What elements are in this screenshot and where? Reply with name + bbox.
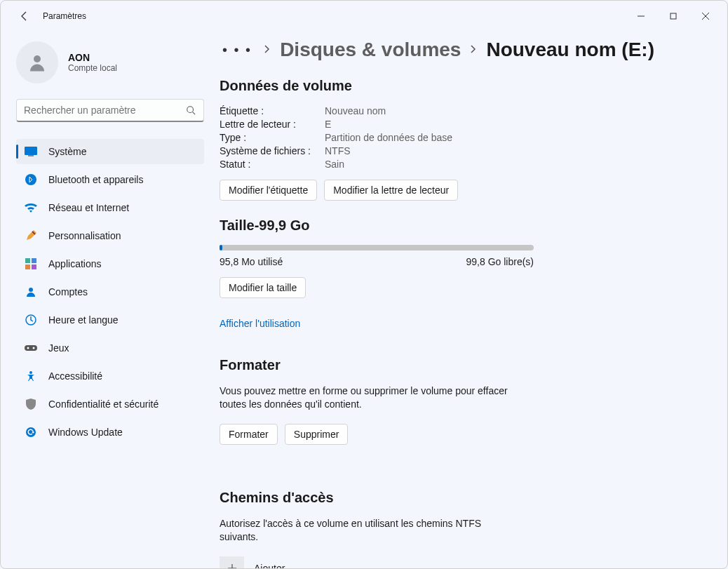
search-icon	[185, 105, 196, 116]
svg-line-6	[193, 112, 196, 115]
kv-key: Statut :	[220, 159, 325, 170]
sidebar-item-privacy[interactable]: Confidentialité et sécurité	[16, 391, 204, 417]
sidebar-item-label: Heure et langue	[48, 314, 119, 326]
sidebar-item-accessibility[interactable]: Accessibilité	[16, 363, 204, 389]
kv-key: Type :	[220, 132, 325, 143]
minimize-button[interactable]	[625, 5, 657, 27]
bluetooth-icon	[25, 173, 37, 186]
svg-rect-1	[670, 13, 676, 19]
svg-rect-8	[28, 155, 34, 156]
chevron-right-icon	[264, 43, 270, 56]
user-account-type: Compte local	[68, 63, 117, 73]
kv-val: Nouveau nom	[325, 105, 386, 116]
close-button[interactable]	[689, 5, 722, 27]
wifi-icon	[25, 201, 37, 214]
storage-bar	[220, 245, 534, 250]
avatar	[16, 41, 58, 83]
gamepad-icon	[25, 342, 37, 354]
svg-point-18	[33, 347, 35, 349]
sidebar-item-label: Confidentialité et sécurité	[48, 399, 159, 410]
resize-button[interactable]: Modifier la taille	[220, 277, 306, 298]
used-space-label: 95,8 Mo utilisé	[220, 256, 283, 267]
kv-key: Système de fichiers :	[220, 145, 325, 156]
shield-icon	[25, 398, 37, 410]
sidebar: AON Compte local Système Bluetooth et ap…	[1, 32, 211, 568]
nav-list: Système Bluetooth et appareils Réseau et…	[16, 139, 204, 445]
add-path-button[interactable]	[220, 556, 244, 568]
sidebar-item-time-language[interactable]: Heure et langue	[16, 307, 204, 333]
breadcrumb-parent[interactable]: Disques & volumes	[280, 39, 461, 61]
apps-icon	[25, 257, 37, 270]
svg-rect-12	[25, 265, 30, 269]
format-button[interactable]: Formater	[220, 424, 278, 445]
user-name: AON	[68, 52, 117, 63]
svg-rect-11	[32, 258, 36, 263]
sidebar-item-label: Windows Update	[48, 427, 123, 438]
table-row: Lettre de lecteur :E	[220, 119, 699, 130]
breadcrumb-more[interactable]: • • •	[220, 42, 255, 58]
change-label-button[interactable]: Modifier l'étiquette	[220, 180, 317, 201]
sidebar-item-accounts[interactable]: Comptes	[16, 279, 204, 304]
svg-rect-7	[25, 147, 37, 155]
table-row: Statut :Sain	[220, 159, 699, 170]
sidebar-item-gaming[interactable]: Jeux	[16, 335, 204, 361]
show-usage-link[interactable]: Afficher l'utilisation	[220, 318, 300, 329]
paths-description: Autorisez l'accès à ce volume en utilisa…	[220, 517, 521, 544]
sidebar-item-bluetooth[interactable]: Bluetooth et appareils	[16, 167, 204, 192]
user-block[interactable]: AON Compte local	[16, 41, 204, 83]
globe-clock-icon	[25, 314, 37, 326]
kv-key: Lettre de lecteur :	[220, 119, 325, 130]
user-icon	[27, 52, 48, 73]
titlebar: Paramètres	[1, 1, 727, 32]
sidebar-item-label: Personnalisation	[48, 230, 121, 241]
section-size-heading: Taille-99,9 Go	[220, 217, 699, 234]
add-path-row[interactable]: Ajouter	[220, 556, 699, 568]
kv-val: Sain	[325, 159, 344, 170]
delete-button[interactable]: Supprimer	[285, 424, 349, 445]
update-icon	[25, 426, 37, 439]
svg-point-17	[27, 347, 29, 349]
kv-val: E	[325, 119, 331, 130]
search-input[interactable]	[24, 105, 185, 116]
sidebar-item-system[interactable]: Système	[16, 139, 204, 164]
section-paths-heading: Chemins d'accès	[220, 490, 699, 506]
svg-point-9	[25, 174, 36, 185]
app-title: Paramètres	[43, 11, 86, 21]
svg-rect-16	[25, 345, 37, 351]
back-button[interactable]	[18, 9, 32, 23]
sidebar-item-label: Accessibilité	[48, 370, 102, 382]
kv-val: Partition de données de base	[325, 132, 452, 143]
window-controls	[625, 5, 722, 27]
brush-icon	[25, 229, 37, 242]
kv-key: Étiquette :	[220, 105, 325, 116]
change-drive-letter-button[interactable]: Modifier la lettre de lecteur	[324, 180, 458, 201]
sidebar-item-personalization[interactable]: Personnalisation	[16, 223, 204, 248]
page-title: Nouveau nom (E:)	[486, 39, 654, 61]
free-space-label: 99,8 Go libre(s)	[466, 256, 534, 267]
sidebar-item-label: Applications	[48, 258, 102, 269]
section-format-heading: Formater	[220, 357, 699, 373]
sidebar-item-update[interactable]: Windows Update	[16, 420, 204, 445]
format-description: Vous pouvez mettre en forme ou supprimer…	[220, 384, 521, 411]
storage-bar-fill	[220, 245, 222, 250]
svg-rect-13	[32, 265, 36, 269]
svg-rect-10	[25, 258, 30, 263]
sidebar-item-label: Comptes	[48, 286, 88, 297]
sidebar-item-label: Bluetooth et appareils	[48, 174, 143, 185]
table-row: Système de fichiers :NTFS	[220, 145, 699, 156]
svg-point-5	[187, 107, 194, 113]
section-volume-data-heading: Données de volume	[220, 78, 699, 94]
table-row: Type :Partition de données de base	[220, 132, 699, 143]
svg-point-4	[34, 55, 41, 62]
search-box[interactable]	[16, 99, 204, 122]
content-area: • • • Disques & volumes Nouveau nom (E:)…	[211, 32, 727, 568]
accessibility-icon	[25, 370, 37, 382]
add-path-label: Ajouter	[254, 563, 285, 568]
maximize-button[interactable]	[657, 5, 689, 27]
sidebar-item-network[interactable]: Réseau et Internet	[16, 195, 204, 220]
person-icon	[25, 286, 37, 298]
volume-data-table: Étiquette :Nouveau nom Lettre de lecteur…	[220, 105, 699, 170]
sidebar-item-apps[interactable]: Applications	[16, 251, 204, 276]
sidebar-item-label: Jeux	[48, 342, 69, 354]
display-icon	[25, 145, 37, 158]
